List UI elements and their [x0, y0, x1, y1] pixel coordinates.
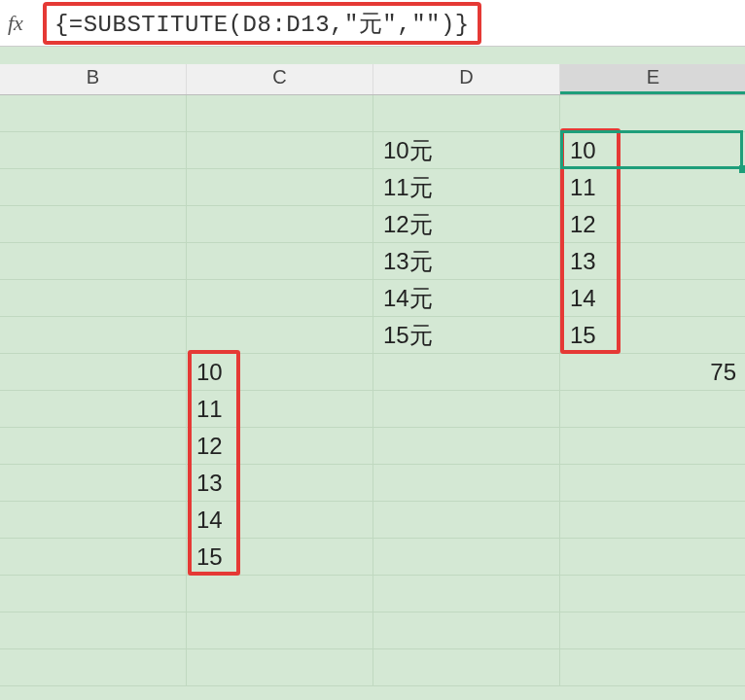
cell-C16[interactable]	[187, 649, 373, 686]
column-header-B[interactable]: B	[0, 64, 187, 94]
cell-E5[interactable]: 13	[560, 243, 745, 280]
formula-bar: fx {=SUBSTITUTE(D8:D13,"元","")}	[0, 0, 745, 47]
column-header-E[interactable]: E	[560, 64, 745, 94]
cell-B16[interactable]	[0, 649, 187, 686]
cell-D12[interactable]	[373, 502, 560, 539]
cell-E4[interactable]: 12	[560, 206, 745, 243]
cell-B3[interactable]	[0, 169, 187, 206]
cell-E6[interactable]: 14	[560, 280, 745, 317]
cell-C2[interactable]	[187, 132, 373, 169]
cell-C9[interactable]: 11	[187, 391, 373, 428]
column-header-D[interactable]: D	[373, 64, 560, 94]
column-headers: B C D E	[0, 64, 745, 95]
cell-C3[interactable]	[187, 169, 373, 206]
cell-C10[interactable]: 12	[187, 428, 373, 465]
spreadsheet-grid[interactable]: 10元1011元1112元1213元1314元1415元151075111213…	[0, 95, 745, 686]
cell-D11[interactable]	[373, 465, 560, 502]
formula-input[interactable]: {=SUBSTITUTE(D8:D13,"元","")}	[54, 12, 470, 38]
cell-D8[interactable]	[373, 354, 560, 391]
column-header-C[interactable]: C	[187, 64, 373, 94]
cell-B15[interactable]	[0, 612, 187, 649]
cell-B1[interactable]	[0, 95, 187, 132]
cell-C5[interactable]	[187, 243, 373, 280]
cell-D10[interactable]	[373, 428, 560, 465]
cell-B14[interactable]	[0, 576, 187, 612]
cell-E16[interactable]	[560, 649, 745, 686]
cell-B11[interactable]	[0, 465, 187, 502]
cell-D6[interactable]: 14元	[373, 280, 560, 317]
cell-C14[interactable]	[187, 576, 373, 612]
fill-handle[interactable]	[739, 165, 745, 173]
cell-D2[interactable]: 10元	[373, 132, 560, 169]
cell-D1[interactable]	[373, 95, 560, 132]
cell-B9[interactable]	[0, 391, 187, 428]
cell-C7[interactable]	[187, 317, 373, 354]
cell-C15[interactable]	[187, 612, 373, 649]
cell-B2[interactable]	[0, 132, 187, 169]
cell-B8[interactable]	[0, 354, 187, 391]
cell-E11[interactable]	[560, 465, 745, 502]
formula-highlight-box: {=SUBSTITUTE(D8:D13,"元","")}	[43, 2, 481, 45]
cell-B7[interactable]	[0, 317, 187, 354]
cell-E8[interactable]: 75	[560, 354, 745, 391]
cell-D3[interactable]: 11元	[373, 169, 560, 206]
cell-E2[interactable]: 10	[560, 132, 745, 169]
cell-B13[interactable]	[0, 539, 187, 576]
cell-D15[interactable]	[373, 612, 560, 649]
cell-D9[interactable]	[373, 391, 560, 428]
cell-D7[interactable]: 15元	[373, 317, 560, 354]
cell-E13[interactable]	[560, 539, 745, 576]
cell-C6[interactable]	[187, 280, 373, 317]
cell-E3[interactable]: 11	[560, 169, 745, 206]
cell-E7[interactable]: 15	[560, 317, 745, 354]
fx-icon[interactable]: fx	[8, 11, 23, 36]
cell-E10[interactable]	[560, 428, 745, 465]
cell-D5[interactable]: 13元	[373, 243, 560, 280]
cell-C12[interactable]: 14	[187, 502, 373, 539]
cell-B6[interactable]	[0, 280, 187, 317]
cell-C8[interactable]: 10	[187, 354, 373, 391]
cell-D13[interactable]	[373, 539, 560, 576]
cell-C1[interactable]	[187, 95, 373, 132]
cell-C13[interactable]: 15	[187, 539, 373, 576]
cell-E15[interactable]	[560, 612, 745, 649]
cell-B5[interactable]	[0, 243, 187, 280]
cell-D16[interactable]	[373, 649, 560, 686]
cell-D14[interactable]	[373, 576, 560, 612]
cell-E9[interactable]	[560, 391, 745, 428]
cell-E12[interactable]	[560, 502, 745, 539]
cell-B4[interactable]	[0, 206, 187, 243]
cell-C4[interactable]	[187, 206, 373, 243]
cell-C11[interactable]: 13	[187, 465, 373, 502]
cell-B12[interactable]	[0, 502, 187, 539]
cell-D4[interactable]: 12元	[373, 206, 560, 243]
cell-E1[interactable]	[560, 95, 745, 132]
cell-B10[interactable]	[0, 428, 187, 465]
cell-E14[interactable]	[560, 576, 745, 612]
